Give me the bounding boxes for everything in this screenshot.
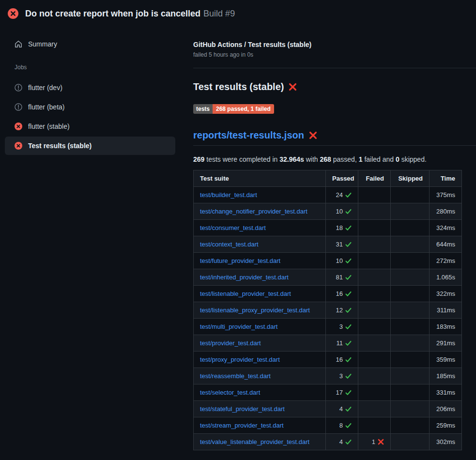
neutral-status-icon	[15, 103, 22, 111]
time-cell: 324ms	[430, 220, 462, 236]
passed-count: 31	[336, 241, 343, 248]
failed-cell	[358, 220, 391, 236]
failure-status-icon	[15, 123, 22, 130]
test-suite-cell: test/stream_provider_test.dart	[194, 417, 326, 434]
passed-cell: 11	[326, 335, 358, 352]
test-suite-link[interactable]: test/value_listenable_provider_test.dart	[200, 438, 309, 445]
passed-count: 17	[336, 389, 343, 396]
test-suite-link[interactable]: test/future_provider_test.dart	[200, 257, 280, 264]
passed-count: 18	[336, 224, 343, 231]
table-row: test/listenable_proxy_provider_test.dart…	[194, 302, 462, 319]
test-suite-link[interactable]: test/listenable_provider_test.dart	[200, 290, 291, 297]
failed-cell	[358, 319, 391, 335]
sidebar-item-summary[interactable]: Summary	[5, 37, 175, 51]
time-cell: 1.065s	[430, 269, 462, 286]
passed-count: 16	[336, 356, 343, 363]
test-suite-link[interactable]: test/listenable_proxy_provider_test.dart	[200, 307, 310, 314]
skipped-cell	[391, 302, 430, 319]
x-failure-icon	[289, 83, 297, 91]
report-file-title: reports/test-results.json	[193, 130, 476, 141]
failed-cell	[358, 302, 391, 319]
time-cell: 280ms	[430, 203, 462, 220]
time-cell: 644ms	[430, 236, 462, 253]
table-row: test/builder_test.dart24375ms	[194, 187, 462, 203]
test-suite-link[interactable]: test/inherited_provider_test.dart	[200, 274, 289, 281]
report-section-title-text: Test results (stable)	[193, 81, 284, 92]
passed-cell: 3	[326, 368, 358, 384]
time-cell: 291ms	[430, 335, 462, 352]
test-suite-link[interactable]: test/change_notifier_provider_test.dart	[200, 208, 307, 215]
test-suite-cell: test/value_listenable_provider_test.dart	[194, 434, 326, 450]
check-icon	[345, 192, 352, 198]
test-suite-link[interactable]: test/proxy_provider_test.dart	[200, 356, 280, 363]
workflow-title-wrap: Do not create report when job is cancell…	[25, 8, 235, 19]
check-icon	[345, 406, 352, 412]
passed-cell: 81	[326, 269, 358, 286]
table-row: test/proxy_provider_test.dart16359ms	[194, 352, 462, 368]
sidebar: Summary Jobs flutter (dev) flutter (beta…	[5, 25, 175, 156]
failure-status-icon	[8, 8, 18, 19]
passed-cell: 17	[326, 384, 358, 401]
test-suite-cell: test/future_provider_test.dart	[194, 253, 326, 269]
test-suite-link[interactable]: test/multi_provider_test.dart	[200, 323, 277, 330]
failed-cell	[358, 417, 391, 434]
failed-cell: 1	[358, 434, 391, 450]
test-suite-cell: test/selector_test.dart	[194, 384, 326, 401]
test-suite-cell: test/inherited_provider_test.dart	[194, 269, 326, 286]
jobs-section-label: Jobs	[15, 64, 175, 71]
table-row: test/multi_provider_test.dart3183ms	[194, 319, 462, 335]
table-row: test/context_test.dart31644ms	[194, 236, 462, 253]
test-suite-link[interactable]: test/context_test.dart	[200, 241, 259, 248]
test-suite-link[interactable]: test/selector_test.dart	[200, 389, 260, 396]
check-icon	[345, 307, 352, 313]
test-suite-cell: test/provider_test.dart	[194, 335, 326, 352]
column-header-test-suite: Test suite	[194, 170, 326, 187]
failed-cell	[358, 203, 391, 220]
passed-count: 3	[339, 372, 343, 380]
test-suite-link[interactable]: test/stateful_provider_test.dart	[200, 405, 285, 413]
check-icon	[345, 439, 352, 445]
sidebar-item-flutter-beta[interactable]: flutter (beta)	[5, 98, 175, 116]
check-icon	[345, 208, 352, 215]
failed-cell	[358, 401, 391, 417]
time-cell: 359ms	[430, 352, 462, 368]
time-cell: 206ms	[430, 401, 462, 417]
table-row: test/value_listenable_provider_test.dart…	[194, 434, 462, 450]
summary-text: passed,	[331, 155, 359, 163]
test-results-table: Test suite Passed Failed Skipped Time te…	[193, 170, 462, 450]
x-icon	[378, 439, 384, 445]
sidebar-item-flutter-stable[interactable]: flutter (stable)	[5, 117, 175, 136]
column-header-passed: Passed	[326, 170, 358, 187]
sidebar-item-label: Test results (stable)	[28, 142, 92, 150]
divider	[193, 68, 476, 68]
sidebar-item-test-results-stable[interactable]: Test results (stable)	[5, 137, 175, 155]
summary-duration: 32.964s	[279, 155, 304, 163]
skipped-cell	[391, 417, 430, 434]
test-suite-cell: test/builder_test.dart	[194, 187, 326, 203]
test-suite-link[interactable]: test/stream_provider_test.dart	[200, 422, 284, 429]
failed-cell	[358, 286, 391, 302]
skipped-cell	[391, 352, 430, 368]
table-row: test/consumer_test.dart18324ms	[194, 220, 462, 236]
table-row: test/inherited_provider_test.dart811.065…	[194, 269, 462, 286]
time-cell: 322ms	[430, 286, 462, 302]
summary-skipped: 0	[396, 155, 399, 163]
sidebar-item-flutter-dev[interactable]: flutter (dev)	[5, 78, 175, 97]
report-file-link[interactable]: reports/test-results.json	[193, 130, 304, 141]
check-icon	[345, 389, 352, 396]
test-suite-cell: test/proxy_provider_test.dart	[194, 352, 326, 368]
test-suite-link[interactable]: test/builder_test.dart	[200, 191, 257, 199]
test-suite-link[interactable]: test/consumer_test.dart	[200, 224, 266, 231]
passed-count: 12	[336, 307, 343, 314]
time-cell: 272ms	[430, 253, 462, 269]
time-cell: 259ms	[430, 417, 462, 434]
time-cell: 302ms	[430, 434, 462, 450]
failed-count: 1	[372, 438, 375, 445]
table-row: test/provider_test.dart11291ms	[194, 335, 462, 352]
skipped-cell	[391, 203, 430, 220]
test-suite-link[interactable]: test/provider_test.dart	[200, 339, 261, 347]
column-header-time: Time	[430, 170, 462, 187]
check-icon	[345, 291, 352, 297]
passed-cell: 10	[326, 253, 358, 269]
test-suite-link[interactable]: test/reassemble_test.dart	[200, 372, 271, 380]
